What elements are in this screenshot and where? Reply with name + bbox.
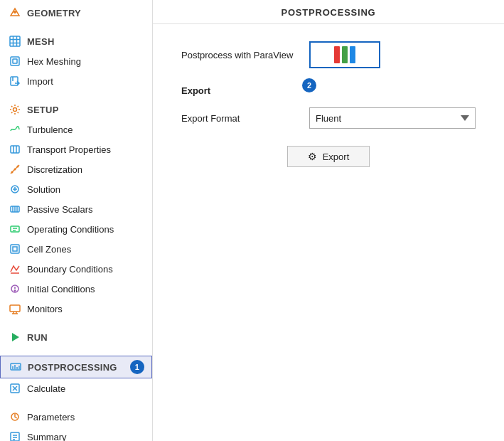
svg-rect-31 bbox=[13, 247, 17, 251]
main-content: POSTPROCESSING Postprocess with ParaView… bbox=[153, 0, 504, 441]
sidebar: GEOMETRY MESH Hex Meshing bbox=[0, 0, 153, 441]
sidebar-item-summary[interactable]: Summary bbox=[0, 427, 152, 441]
calculate-icon bbox=[9, 382, 21, 395]
sidebar-item-passive-scalars[interactable]: Passive Scalars bbox=[0, 199, 152, 219]
sidebar-item-monitors[interactable]: Monitors bbox=[0, 299, 152, 319]
sidebar-item-calculate[interactable]: Calculate bbox=[0, 378, 152, 398]
svg-point-17 bbox=[11, 171, 14, 174]
badge-1: 1 bbox=[130, 360, 144, 374]
postprocessing-icon bbox=[9, 361, 22, 373]
paraview-bar-blue bbox=[350, 46, 355, 63]
setup-icon bbox=[9, 103, 21, 116]
svg-point-1 bbox=[14, 11, 16, 14]
import-icon bbox=[9, 75, 21, 87]
svg-rect-9 bbox=[11, 77, 18, 85]
sidebar-item-operating-conditions[interactable]: Operating Conditions bbox=[0, 219, 152, 239]
svg-rect-8 bbox=[13, 59, 17, 63]
paraview-bar-red bbox=[334, 46, 340, 63]
summary-icon bbox=[9, 430, 21, 441]
paraview-logo bbox=[334, 46, 355, 63]
sidebar-item-transport-properties[interactable]: Transport Properties bbox=[0, 139, 152, 159]
hex-icon bbox=[9, 55, 21, 68]
postprocess-label: Postprocess with ParaView bbox=[181, 50, 295, 60]
solution-icon bbox=[9, 183, 21, 196]
main-body: Postprocess with ParaView 2 Export Expor… bbox=[153, 24, 504, 441]
sidebar-item-parameters[interactable]: Parameters bbox=[0, 407, 152, 427]
sidebar-item-solution[interactable]: Solution bbox=[0, 179, 152, 199]
cell-zones-icon bbox=[9, 243, 21, 255]
sidebar-item-geometry[interactable]: GEOMETRY bbox=[0, 3, 152, 23]
svg-point-19 bbox=[17, 166, 19, 168]
sidebar-item-hex-meshing[interactable]: Hex Meshing bbox=[0, 51, 152, 71]
sidebar-item-run[interactable]: RUN bbox=[0, 327, 152, 347]
export-format-select[interactable]: Fluent OpenFOAM VTK CGNS bbox=[309, 107, 476, 129]
svg-rect-27 bbox=[11, 226, 19, 232]
sidebar-item-cell-zones[interactable]: Cell Zones bbox=[0, 239, 152, 259]
sidebar-item-setup[interactable]: SETUP bbox=[0, 100, 152, 119]
svg-point-18 bbox=[14, 169, 16, 171]
page-title: POSTPROCESSING bbox=[153, 0, 504, 24]
badge-2: 2 bbox=[302, 78, 316, 92]
parameters-icon bbox=[9, 410, 21, 423]
boundary-icon bbox=[9, 262, 21, 275]
svg-rect-7 bbox=[11, 57, 19, 65]
svg-rect-2 bbox=[10, 36, 20, 46]
transport-icon bbox=[9, 143, 21, 156]
mesh-icon bbox=[9, 35, 21, 48]
svg-marker-40 bbox=[12, 333, 19, 341]
monitors-icon bbox=[9, 302, 21, 315]
svg-rect-36 bbox=[10, 305, 20, 312]
gear-icon: ⚙ bbox=[308, 151, 317, 162]
discretization-icon bbox=[9, 163, 21, 176]
svg-rect-30 bbox=[11, 245, 19, 253]
svg-point-12 bbox=[14, 108, 17, 112]
export-format-row: Export Format Fluent OpenFOAM VTK CGNS bbox=[181, 107, 476, 129]
sidebar-item-boundary-conditions[interactable]: Boundary Conditions bbox=[0, 259, 152, 279]
sidebar-item-initial-conditions[interactable]: Initial Conditions bbox=[0, 279, 152, 299]
sidebar-item-turbulence[interactable]: Turbulence bbox=[0, 119, 152, 139]
sidebar-item-postprocessing[interactable]: POSTPROCESSING 1 bbox=[0, 356, 152, 378]
sidebar-item-mesh[interactable]: MESH bbox=[0, 31, 152, 51]
export-format-label: Export Format bbox=[181, 113, 295, 124]
svg-point-35 bbox=[14, 290, 16, 292]
paraview-bar-green bbox=[342, 46, 348, 63]
run-icon bbox=[9, 331, 21, 344]
turbulence-icon bbox=[9, 123, 21, 136]
paraview-button[interactable] bbox=[309, 41, 380, 68]
export-section-label: Export bbox=[181, 85, 476, 96]
export-button-row: ⚙ Export bbox=[181, 146, 476, 167]
svg-rect-13 bbox=[11, 146, 19, 153]
sidebar-item-discretization[interactable]: Discretization bbox=[0, 159, 152, 179]
sidebar-item-import[interactable]: Import bbox=[0, 71, 152, 91]
export-button[interactable]: ⚙ Export bbox=[287, 146, 370, 167]
geometry-icon bbox=[9, 6, 21, 19]
passive-scalars-icon bbox=[9, 203, 21, 216]
postprocess-row: Postprocess with ParaView 2 bbox=[181, 41, 476, 68]
operating-icon bbox=[9, 223, 21, 235]
initial-icon bbox=[9, 282, 21, 295]
